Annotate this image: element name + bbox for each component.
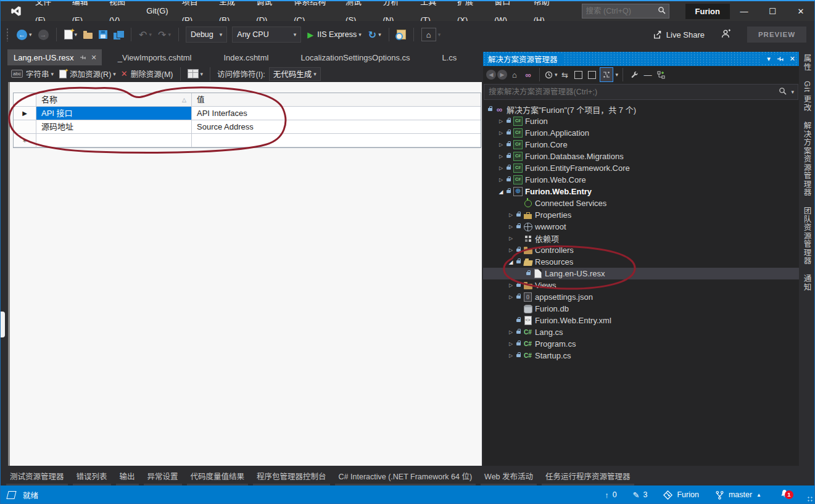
- browser-home-button[interactable]: ⌂▾: [420, 27, 442, 43]
- bottom-tab-4[interactable]: 代码度量值结果: [187, 467, 249, 487]
- tree-item-4[interactable]: ▷C#Furion.Database.Migrations: [483, 151, 799, 162]
- tree-item-3[interactable]: ▷C#Furion.Core: [483, 139, 799, 151]
- doc-tab-3[interactable]: LocalizationSettingsOptions.cs: [284, 49, 426, 65]
- sync-namespaces-button[interactable]: ⇆: [559, 68, 571, 81]
- grid-new-row[interactable]: ∗: [14, 134, 481, 147]
- tree-item-1[interactable]: ▷C#Furion: [483, 115, 799, 127]
- new-row-selector[interactable]: ∗: [14, 134, 36, 147]
- tree-item-11[interactable]: ▷依赖项: [483, 233, 799, 244]
- new-scoped-view-button[interactable]: [655, 68, 668, 81]
- start-debugging-button[interactable]: ▶IIS Express▾: [307, 30, 361, 39]
- doc-tab-0[interactable]: Lang.en-US.resx✕: [7, 49, 102, 65]
- solution-search-input[interactable]: [484, 88, 779, 96]
- expander-collapsed-icon[interactable]: ▷: [497, 165, 505, 171]
- pending-edits-indicator[interactable]: ✎ 3: [633, 490, 648, 500]
- live-share-button[interactable]: Live Share: [652, 30, 705, 39]
- expander-collapsed-icon[interactable]: ▷: [507, 329, 515, 335]
- maximize-button[interactable]: ☐: [758, 1, 787, 21]
- bottom-tab-2[interactable]: 输出: [116, 467, 139, 487]
- tree-item-9[interactable]: ▷Properties: [483, 209, 799, 221]
- bottom-tab-3[interactable]: 异常设置: [144, 467, 182, 487]
- navigate-back-button[interactable]: ←▾: [15, 27, 33, 43]
- quick-search-box[interactable]: [582, 4, 669, 19]
- expander-collapsed-icon[interactable]: ▷: [507, 294, 515, 300]
- remove-resource-button[interactable]: ✕ 删除资源(M): [121, 68, 173, 80]
- tree-item-13[interactable]: ◢Resources: [483, 256, 799, 268]
- right-tab-3[interactable]: 团队资源管理器: [801, 202, 813, 270]
- dropdown-caret-icon[interactable]: ▾: [616, 72, 619, 78]
- bottom-tab-1[interactable]: 错误列表: [73, 467, 111, 487]
- search-icon[interactable]: [779, 87, 787, 97]
- tree-item-6[interactable]: ▷C#Furion.Web.Core: [483, 174, 799, 186]
- new-project-button[interactable]: ✦▾: [63, 27, 79, 43]
- pending-changes-filter-button[interactable]: ▾: [545, 68, 558, 81]
- right-tab-0[interactable]: 属性: [801, 49, 813, 76]
- preview-button[interactable]: PREVIEW: [747, 27, 806, 43]
- save-button[interactable]: [97, 27, 109, 43]
- back-button[interactable]: ◀: [486, 70, 496, 80]
- bottom-tab-0[interactable]: 测试资源管理器: [6, 467, 68, 487]
- expander-collapsed-icon[interactable]: ▷: [507, 236, 515, 241]
- close-icon[interactable]: ✕: [790, 55, 795, 63]
- collapsed-panel-flap[interactable]: [0, 312, 5, 337]
- grid-cell-value[interactable]: API Interfaces: [192, 107, 481, 120]
- expander-expanded-icon[interactable]: ◢: [507, 259, 515, 265]
- hot-reload-button[interactable]: ↻▾: [367, 27, 383, 43]
- sign-in-user-button[interactable]: [721, 29, 731, 41]
- tree-item-10[interactable]: ▷wwwroot: [483, 221, 799, 233]
- open-file-button[interactable]: [82, 27, 94, 43]
- resize-grip[interactable]: [807, 496, 813, 502]
- platform-dropdown[interactable]: Any CPU▾: [232, 27, 301, 43]
- doc-tab-1[interactable]: _ViewImports.cshtml: [102, 49, 208, 65]
- solution-search-box[interactable]: ▾: [484, 84, 798, 100]
- navigate-forward-button[interactable]: →: [37, 27, 50, 43]
- menu-item-3[interactable]: Git(G): [139, 2, 175, 20]
- dropdown-caret-icon[interactable]: ▾: [791, 89, 794, 95]
- copy-view-button[interactable]: [586, 68, 598, 81]
- pin-icon[interactable]: [80, 54, 86, 60]
- bottom-tab-8[interactable]: 任务运行程序资源管理器: [542, 467, 634, 487]
- doc-tab-4[interactable]: L.cs: [426, 49, 473, 65]
- switch-views-button[interactable]: ∞: [522, 68, 534, 81]
- grid-cell-name-empty[interactable]: [36, 134, 192, 147]
- grid-cell-value[interactable]: Source Address: [192, 120, 481, 134]
- grid-cell-name[interactable]: 源码地址: [36, 120, 192, 134]
- tree-item-5[interactable]: ▷C#Furion.EntityFramework.Core: [483, 162, 799, 174]
- expander-collapsed-icon[interactable]: ▷: [497, 177, 505, 183]
- expander-collapsed-icon[interactable]: ▷: [507, 212, 515, 218]
- add-resource-button[interactable]: ✦ 添加资源(R) ▾: [59, 68, 116, 80]
- sync-with-active-document-button[interactable]: [600, 67, 613, 82]
- grid-cell-value-empty[interactable]: [192, 134, 481, 147]
- tree-item-0[interactable]: ∞解决方案"Furion"(7 个项目，共 7 个): [483, 104, 799, 115]
- tree-item-20[interactable]: ▷C#Program.cs: [483, 338, 799, 350]
- grid-cell-name[interactable]: API 接口: [36, 107, 192, 120]
- tree-item-2[interactable]: ▷C#Furion.Application: [483, 127, 799, 139]
- expander-collapsed-icon[interactable]: ▷: [497, 154, 505, 159]
- expander-expanded-icon[interactable]: ◢: [497, 189, 505, 195]
- expander-collapsed-icon[interactable]: ▷: [497, 130, 505, 136]
- forward-button[interactable]: ▶: [497, 70, 507, 80]
- collapse-all-button[interactable]: [573, 68, 585, 81]
- unload-project-button[interactable]: —: [642, 68, 654, 81]
- incoming-commits-indicator[interactable]: ↑ 0: [605, 490, 616, 500]
- tree-item-19[interactable]: ▷C#Lang.cs: [483, 326, 799, 338]
- undo-button[interactable]: ↶▾: [138, 27, 153, 43]
- tree-item-7[interactable]: ◢⊕Furion.Web.Entry: [483, 186, 799, 197]
- bottom-tab-7[interactable]: Web 发布活动: [481, 467, 537, 487]
- row-selector[interactable]: ▶: [14, 107, 36, 120]
- right-tab-2[interactable]: 解决方案资源管理器: [801, 117, 813, 202]
- tree-item-17[interactable]: Furion.db: [483, 303, 799, 315]
- tree-item-14[interactable]: Lang.en-US.resx: [483, 268, 799, 279]
- toolbar-grip[interactable]: [6, 28, 9, 41]
- view-layout-dropdown[interactable]: ▾: [188, 69, 204, 78]
- doc-tab-5[interactable]: appsettings.json: [473, 49, 482, 65]
- bottom-tab-6[interactable]: C# Interactive (.NET Framework 64 位): [335, 467, 476, 487]
- expander-collapsed-icon[interactable]: ▷: [507, 341, 515, 347]
- configuration-dropdown[interactable]: Debug▾: [186, 27, 227, 43]
- save-all-button[interactable]: [112, 27, 125, 43]
- find-in-files-button[interactable]: [395, 27, 407, 43]
- access-modifier-dropdown[interactable]: 无代码生成 ▾: [269, 67, 321, 81]
- bottom-tab-5[interactable]: 程序包管理器控制台: [253, 467, 330, 487]
- expander-collapsed-icon[interactable]: ▷: [497, 118, 505, 124]
- grid-header-value[interactable]: 值: [192, 93, 481, 107]
